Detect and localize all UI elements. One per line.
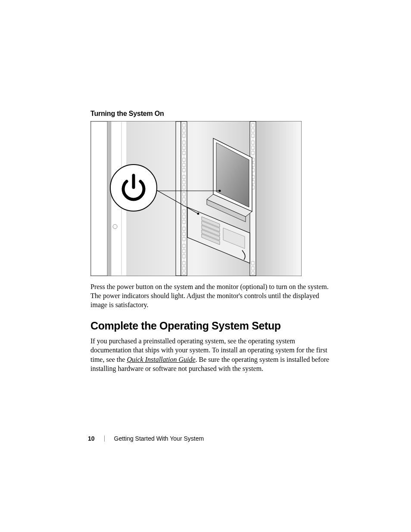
svg-rect-48: [252, 267, 254, 270]
svg-rect-11: [183, 146, 185, 149]
svg-rect-25: [183, 227, 185, 230]
svg-rect-7: [183, 124, 185, 127]
svg-point-64: [197, 213, 199, 215]
svg-rect-24: [183, 220, 185, 224]
page-number: 10: [88, 435, 95, 442]
svg-rect-35: [252, 124, 254, 127]
svg-rect-37: [252, 134, 254, 137]
svg-rect-39: [252, 146, 254, 149]
svg-rect-16: [183, 175, 185, 179]
svg-rect-10: [183, 141, 185, 144]
svg-rect-32: [183, 267, 185, 270]
svg-rect-38: [252, 141, 254, 144]
svg-rect-26: [183, 232, 185, 236]
svg-rect-19: [183, 193, 185, 196]
footer-chapter-title: Getting Started With Your System: [114, 435, 204, 442]
svg-rect-22: [183, 210, 185, 213]
svg-rect-49: [252, 272, 254, 274]
svg-rect-18: [183, 186, 185, 189]
svg-rect-31: [183, 261, 185, 265]
svg-rect-47: [252, 261, 254, 265]
body-paragraph-os-setup: If you purchased a preinstalled operatin…: [90, 336, 332, 373]
subheading-turning-system-on: Turning the System On: [90, 110, 332, 118]
svg-rect-13: [183, 158, 185, 162]
power-on-illustration-svg: [90, 121, 302, 276]
figure-caption: Press the power button on the system and…: [90, 282, 332, 309]
footer-divider: [104, 436, 105, 442]
svg-rect-40: [252, 151, 254, 155]
svg-rect-29: [183, 249, 185, 253]
heading-complete-os-setup: Complete the Operating System Setup: [90, 320, 332, 332]
svg-rect-23: [183, 215, 185, 218]
svg-rect-2: [91, 121, 107, 276]
svg-rect-9: [183, 134, 185, 137]
svg-rect-36: [252, 129, 254, 132]
svg-rect-14: [183, 163, 185, 167]
svg-rect-5: [176, 121, 181, 276]
svg-rect-17: [183, 180, 185, 184]
svg-rect-27: [183, 237, 185, 241]
figure-power-on-illustration: [90, 121, 302, 276]
svg-rect-33: [183, 272, 185, 274]
svg-rect-15: [183, 168, 185, 172]
svg-rect-12: [183, 151, 185, 155]
quick-installation-guide-reference: Quick Installation Guide: [127, 356, 195, 363]
page-footer: 10 Getting Started With Your System: [88, 435, 204, 442]
svg-rect-20: [183, 198, 185, 201]
svg-point-63: [219, 190, 221, 192]
svg-rect-8: [183, 129, 185, 132]
svg-rect-28: [183, 244, 185, 248]
svg-rect-30: [183, 255, 185, 258]
